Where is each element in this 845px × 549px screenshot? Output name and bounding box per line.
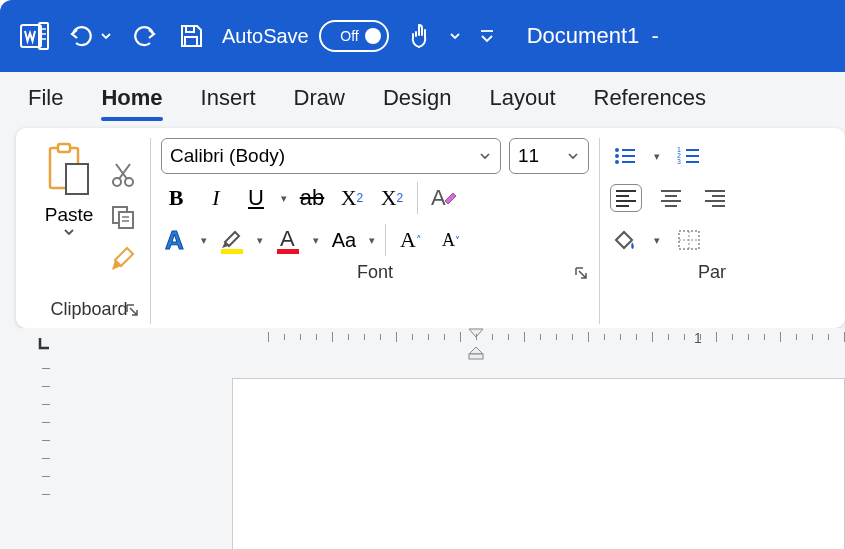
vruler-tick	[42, 476, 50, 477]
clipboard-launcher[interactable]	[124, 302, 140, 318]
cut-button[interactable]	[106, 158, 140, 192]
svg-point-26	[615, 154, 619, 158]
horizontal-ruler[interactable]: 12	[68, 328, 845, 358]
touch-mode-button[interactable]	[407, 22, 431, 50]
bold-button[interactable]: B	[161, 180, 191, 216]
text-effects-icon: A	[162, 226, 190, 254]
ruler-tick	[556, 334, 557, 340]
qat-customize-button[interactable]	[479, 28, 495, 44]
ruler-tick	[764, 334, 765, 340]
paste-button[interactable]: Paste	[38, 138, 100, 295]
autosave-label: AutoSave	[222, 25, 309, 48]
undo-icon	[68, 24, 96, 48]
tab-insert[interactable]: Insert	[201, 79, 256, 117]
underline-button[interactable]: U	[241, 180, 271, 216]
italic-button[interactable]: I	[201, 180, 231, 216]
strikethrough-button[interactable]: ab	[297, 180, 327, 216]
font-color-dropdown[interactable]: ▾	[313, 234, 319, 247]
svg-rect-10	[66, 164, 88, 194]
superscript-button[interactable]: X2	[377, 180, 407, 216]
subscript-button[interactable]: X2	[337, 180, 367, 216]
group-paragraph: ▾ 123	[600, 138, 730, 324]
tab-layout[interactable]: Layout	[489, 79, 555, 117]
svg-text:A: A	[431, 185, 446, 210]
group-label-font: Font	[357, 262, 393, 283]
copy-button[interactable]	[106, 200, 140, 234]
group-clipboard: Paste Clipboard	[28, 138, 151, 324]
change-case-button[interactable]: Aa	[329, 222, 359, 258]
grow-font-button[interactable]: A˄	[396, 222, 426, 258]
tab-draw[interactable]: Draw	[294, 79, 345, 117]
align-center-button[interactable]	[656, 180, 686, 216]
numbering-button[interactable]: 123	[674, 138, 704, 174]
hanging-indent-marker[interactable]	[468, 346, 484, 360]
font-color-button[interactable]: A	[273, 222, 303, 258]
tab-left-icon	[37, 336, 51, 350]
vruler-tick	[42, 368, 50, 369]
ruler-tick	[620, 334, 621, 340]
vruler-tick	[42, 386, 50, 387]
ruler-tick	[348, 334, 349, 340]
font-size-combo[interactable]: 11	[509, 138, 589, 174]
ruler-area: 12	[20, 328, 845, 358]
bullets-dropdown[interactable]: ▾	[654, 150, 660, 163]
borders-button[interactable]	[674, 222, 704, 258]
underline-dropdown[interactable]: ▾	[281, 192, 287, 205]
shading-dropdown[interactable]: ▾	[654, 234, 660, 247]
touch-mode-dropdown[interactable]	[449, 30, 461, 42]
copy-icon	[110, 204, 136, 230]
ruler-tick	[828, 334, 829, 340]
align-left-button[interactable]	[610, 184, 642, 212]
ruler-tick	[524, 332, 525, 342]
ruler-tick	[572, 334, 573, 340]
ruler-tick	[732, 334, 733, 340]
clear-format-icon: A	[429, 185, 457, 211]
svg-point-28	[615, 160, 619, 164]
align-center-icon	[659, 188, 683, 208]
chevron-down-icon	[449, 30, 461, 42]
undo-button[interactable]	[68, 24, 112, 48]
shrink-font-button[interactable]: A˅	[436, 222, 466, 258]
autosave-state-text: Off	[340, 28, 358, 44]
font-launcher[interactable]	[573, 265, 589, 281]
svg-rect-21	[221, 249, 243, 254]
page-canvas[interactable]	[232, 378, 845, 549]
change-case-dropdown[interactable]: ▾	[369, 234, 375, 247]
highlight-dropdown[interactable]: ▾	[257, 234, 263, 247]
vruler-tick	[42, 458, 50, 459]
ruler-tick	[780, 332, 781, 342]
customize-icon	[479, 28, 495, 44]
font-name-combo[interactable]: Calibri (Body)	[161, 138, 501, 174]
tab-references[interactable]: References	[594, 79, 707, 117]
ruler-tick	[604, 334, 605, 340]
font-size-value: 11	[518, 145, 539, 167]
ruler-tick	[284, 334, 285, 340]
ruler-tick	[508, 334, 509, 340]
chevron-down-icon	[62, 226, 76, 238]
clear-formatting-button[interactable]: A	[428, 180, 458, 216]
svg-rect-23	[277, 249, 299, 254]
redo-icon	[132, 24, 158, 48]
tab-file[interactable]: File	[28, 79, 63, 117]
font-name-value: Calibri (Body)	[170, 145, 285, 167]
align-right-button[interactable]	[700, 180, 730, 216]
bullets-button[interactable]	[610, 138, 640, 174]
tab-design[interactable]: Design	[383, 79, 451, 117]
format-painter-button[interactable]	[106, 242, 140, 276]
tab-home[interactable]: Home	[101, 79, 162, 117]
ruler-tick	[588, 332, 589, 342]
save-button[interactable]	[178, 23, 204, 49]
svg-rect-5	[186, 26, 194, 32]
autosave-toggle[interactable]: Off	[319, 20, 389, 52]
highlight-button[interactable]	[217, 222, 247, 258]
ruler-tick	[332, 332, 333, 342]
tab-selector[interactable]	[20, 328, 68, 358]
shading-button[interactable]	[610, 222, 640, 258]
text-effects-button[interactable]: A	[161, 222, 191, 258]
ruler-tick	[748, 334, 749, 340]
ruler-tick	[668, 334, 669, 340]
text-effects-dropdown[interactable]: ▾	[201, 234, 207, 247]
redo-button[interactable]	[132, 24, 158, 48]
ruler-tick	[796, 334, 797, 340]
vertical-ruler[interactable]	[20, 358, 62, 549]
